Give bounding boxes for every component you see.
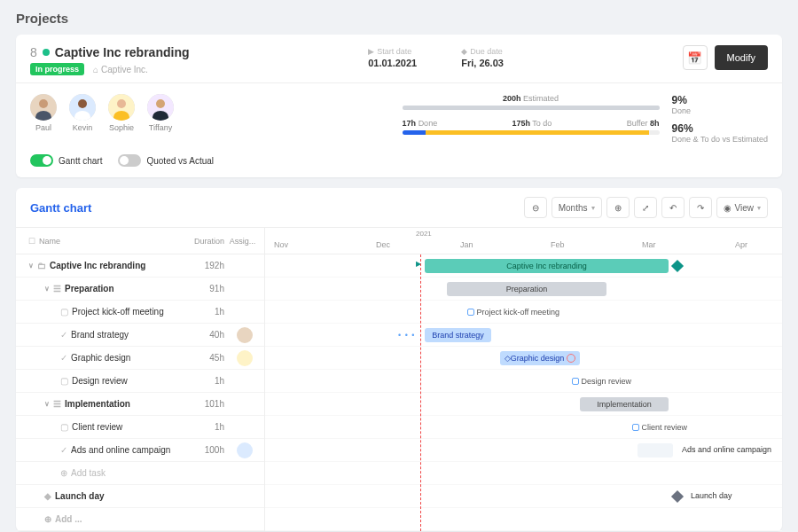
tree-row-project[interactable]: ∨🗀Captive Inc rebranding192h <box>16 254 264 278</box>
person-kevin[interactable]: Kevin <box>69 94 96 132</box>
warning-icon <box>567 354 575 363</box>
project-name: Captive Inc rebranding <box>55 45 190 59</box>
project-card: 8 Captive Inc rebranding In progress ⌂ C… <box>16 35 782 177</box>
gantt-bar-task[interactable] <box>638 443 673 458</box>
play-icon: ▶ <box>368 47 374 56</box>
zoom-out-button[interactable]: ⊖ <box>524 197 547 218</box>
stats-block: 200h Estimated 17h Done 175h To do Buffe… <box>403 94 768 144</box>
zoom-in-button[interactable]: ⊕ <box>606 197 630 218</box>
months-dropdown[interactable]: Months▾ <box>552 197 602 218</box>
toggle-on-icon <box>30 154 53 167</box>
chevron-down-icon: ∨ <box>44 400 50 408</box>
month-label: Feb <box>551 240 565 249</box>
avatar <box>30 94 57 121</box>
gantt-bar-task[interactable]: Brand strategy <box>425 328 491 342</box>
estimated-bar <box>403 106 660 110</box>
calendar-icon: ▢ <box>60 422 68 432</box>
expand-button[interactable]: ⤢ <box>634 197 657 218</box>
person-tiffany[interactable]: Tiffany <box>147 94 174 132</box>
gantt-toggle[interactable]: Gantt chart <box>30 154 102 167</box>
gantt-bar-group[interactable]: Implementation <box>580 397 669 411</box>
toggle-off-icon <box>118 154 141 167</box>
gantt-title: Gantt chart <box>30 201 91 215</box>
chevron-down-icon: ∨ <box>28 262 34 270</box>
tree-row-group[interactable]: ∨☰Preparation91h <box>16 278 264 301</box>
plus-icon: ⊕ <box>44 514 51 524</box>
pct-done: 9% <box>672 94 768 106</box>
redo-button[interactable]: ↷ <box>689 197 712 218</box>
project-header: 8 Captive Inc rebranding In progress ⌂ C… <box>16 35 782 83</box>
calendar-button[interactable]: 📅 <box>683 45 708 70</box>
person-sophie[interactable]: Sophie <box>108 94 135 132</box>
avatar <box>237 442 253 458</box>
gantt-bar-group[interactable]: Preparation <box>447 282 606 296</box>
undo-button[interactable]: ↶ <box>661 197 685 218</box>
view-dropdown[interactable]: ◉View▾ <box>716 197 769 218</box>
tree-row-task[interactable]: ▢Design review1h <box>16 370 264 393</box>
tree-row-task[interactable]: ▢Client review1h <box>16 416 264 439</box>
list-icon: ☰ <box>53 399 61 409</box>
month-label: Nov <box>274 240 288 249</box>
gantt-card: Gantt chart ⊖ Months▾ ⊕ ⤢ ↶ ↷ ◉View▾ ☐Na… <box>16 188 782 531</box>
page-title: Projects <box>16 11 782 26</box>
col-assignee[interactable]: Assig... <box>224 237 264 246</box>
svg-point-10 <box>156 99 165 108</box>
undo-icon: ↶ <box>669 203 677 213</box>
status-badge: In progress <box>30 63 84 75</box>
avatar <box>237 327 253 343</box>
redo-icon: ↷ <box>697 203 704 213</box>
gantt-bar-task[interactable]: ◇Graphic design <box>500 351 580 365</box>
task-icon <box>572 378 579 385</box>
svg-point-1 <box>39 99 48 108</box>
svg-point-4 <box>78 99 87 108</box>
gantt-bar-task[interactable]: Design review <box>567 374 673 388</box>
calendar-icon: ▢ <box>60 307 68 317</box>
plus-icon: ⊕ <box>60 468 67 478</box>
project-number: 8 <box>30 45 37 59</box>
modify-button[interactable]: Modify <box>715 45 768 70</box>
check-icon: ✓ <box>60 353 67 363</box>
avatar <box>69 94 96 121</box>
avatar <box>108 94 135 121</box>
avatar <box>147 94 174 121</box>
task-icon <box>467 309 474 316</box>
today-line-icon <box>420 254 421 531</box>
gantt-bar-task[interactable]: Project kick-off meeting <box>462 305 586 319</box>
month-label: Jan <box>460 240 473 249</box>
gantt-timeline[interactable]: 2021 Nov Dec Jan Feb Mar Apr ▶Captive In… <box>264 228 782 531</box>
dependency-dots-icon: • • • <box>398 331 415 340</box>
col-duration[interactable]: Duration <box>180 237 224 246</box>
tree-row-milestone[interactable]: ◆Launch day <box>16 485 264 508</box>
client-label: ⌂ Captive Inc. <box>93 65 148 74</box>
progress-bar <box>403 130 660 135</box>
eye-icon: ◉ <box>724 203 732 213</box>
calendar-icon: ▢ <box>60 376 68 386</box>
tree-row-add[interactable]: ⊕Add ... <box>16 508 264 531</box>
gantt-bar-task[interactable]: Client review <box>627 420 724 434</box>
diamond-icon: ◆ <box>44 491 51 501</box>
due-date-value: Fri, 26.03 <box>461 58 504 68</box>
tree-row-group[interactable]: ∨☰Implementation101h <box>16 393 264 416</box>
due-date-label: ◆Due date <box>461 47 504 56</box>
tree-row-task[interactable]: ✓Brand strategy40h <box>16 324 264 347</box>
list-icon: ☰ <box>53 284 61 293</box>
gantt-bar-summary[interactable]: Captive Inc rebranding <box>425 259 669 273</box>
month-label: Dec <box>376 240 390 249</box>
check-icon: ✓ <box>60 330 67 340</box>
folder-icon: 🗀 <box>37 261 46 270</box>
tree-row-task[interactable]: ▢Project kick-off meeting1h <box>16 301 264 324</box>
task-icon <box>632 424 639 431</box>
zoom-out-icon: ⊖ <box>532 203 539 213</box>
milestone-icon[interactable] <box>671 490 684 503</box>
tree-row-task[interactable]: ✓Graphic design45h <box>16 347 264 370</box>
diamond-icon: ◆ <box>461 47 467 56</box>
month-label: Mar <box>642 240 656 249</box>
tree-row-task[interactable]: ✓Ads and online campaign100h <box>16 439 264 462</box>
person-paul[interactable]: Paul <box>30 94 57 132</box>
tree-row-add-task[interactable]: ⊕Add task <box>16 462 264 485</box>
col-name[interactable]: ☐Name <box>28 237 180 246</box>
chevron-down-icon: ▾ <box>591 204 595 212</box>
summary-end-icon <box>671 260 684 272</box>
quoted-vs-actual-toggle[interactable]: Quoted vs Actual <box>118 154 214 167</box>
start-date-value: 01.01.2021 <box>368 58 417 68</box>
